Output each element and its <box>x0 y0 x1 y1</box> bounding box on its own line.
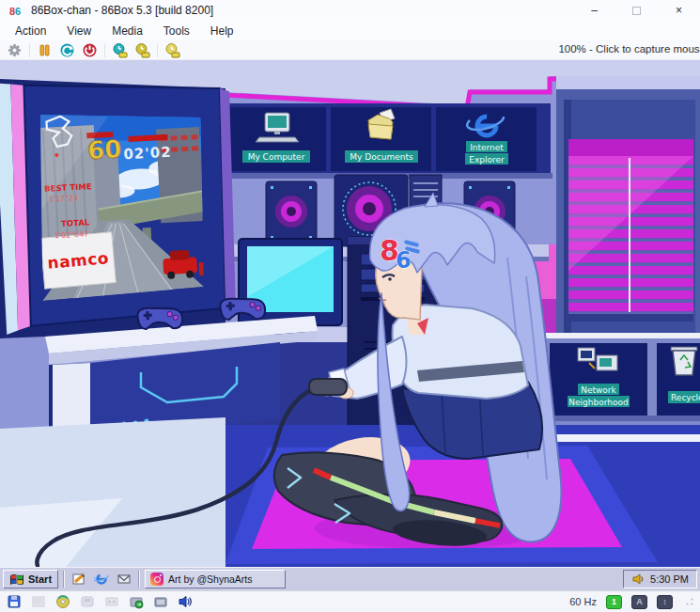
game-screen: namco 60 02'02 BEST TIME 1'17"23 TOTAL 1… <box>31 102 211 301</box>
status-bar: 60 Hz 1 A ↕ <box>0 590 700 612</box>
tray-clock: 5:30 PM <box>650 573 689 585</box>
system-tray[interactable]: 5:30 PM <box>623 570 697 588</box>
svg-text:Network: Network <box>581 385 616 395</box>
menu-media[interactable]: Media <box>101 23 153 39</box>
zip-drive-icon[interactable] <box>80 594 95 609</box>
ctrl-alt-esc-icon[interactable] <box>134 42 150 58</box>
svg-text:1'17"23: 1'17"23 <box>49 194 79 204</box>
minimize-button[interactable]: – <box>573 0 615 21</box>
taskbar-divider <box>63 571 65 588</box>
sound-card-icon[interactable] <box>178 594 193 609</box>
toolbar: 100% - Click to capture mouse <box>0 40 700 60</box>
menu-bar: Action View Media Tools Help <box>0 21 700 40</box>
right-wall-trim <box>543 333 700 338</box>
artwork-taskbar: Start Art by @ShynaArts 5:30 PM <box>0 567 700 590</box>
speaker-left <box>266 181 317 243</box>
menu-help[interactable]: Help <box>200 23 244 39</box>
desktop-icon-my-documents[interactable]: My Documents <box>331 107 431 171</box>
desktop-icon-my-computer[interactable]: My Computer <box>226 107 326 171</box>
svg-text:TOTAL: TOTAL <box>61 217 90 228</box>
86box-app-icon: 86 <box>8 3 23 18</box>
show-desktop-icon[interactable] <box>71 572 86 587</box>
windows-flag-icon <box>9 573 24 586</box>
menu-action[interactable]: Action <box>5 23 56 39</box>
art-credit-task-button[interactable]: Art by @ShynaArts <box>145 570 286 588</box>
desktop-icon-recycle-bin[interactable]: Recycle Bin <box>657 343 700 416</box>
cdrom-drive-icon[interactable] <box>55 594 70 609</box>
recycle-bin-icon <box>671 347 697 375</box>
hard-disk-icon[interactable] <box>129 594 144 609</box>
menu-view[interactable]: View <box>56 23 101 39</box>
window-controls: – × <box>573 0 700 21</box>
ctrl-alt-del-icon[interactable] <box>112 42 128 58</box>
svg-text:Internet: Internet <box>470 143 504 152</box>
svg-text:1'02"647: 1'02"647 <box>54 229 89 240</box>
close-button[interactable]: × <box>658 0 700 21</box>
emulated-screen[interactable]: My Computer My Documents Internet Explor… <box>0 60 700 567</box>
toolbar-separator <box>157 43 158 57</box>
game-controller <box>309 379 347 395</box>
refresh-rate: 60 Hz <box>569 596 597 607</box>
panel-shadow <box>550 416 700 421</box>
desktop-icon-internet-explorer[interactable]: Internet Explorer <box>436 107 537 171</box>
settings-gear-icon[interactable] <box>7 42 23 58</box>
svg-text:Neighborhood: Neighborhood <box>568 398 628 407</box>
toolbar-separator <box>104 43 105 57</box>
window-blinds <box>556 76 700 339</box>
hair-clip-6: 6 <box>396 247 412 274</box>
caps-lock-indicator: A <box>631 595 647 609</box>
svg-text:My Computer: My Computer <box>248 152 305 162</box>
desktop-icon-network-neighborhood[interactable]: Network Neighborhood <box>550 343 647 416</box>
svg-text:Explorer: Explorer <box>469 155 505 165</box>
svg-text:02'02: 02'02 <box>123 144 172 164</box>
cassette-drive-icon[interactable] <box>104 594 119 609</box>
cartridge-drive-icon[interactable] <box>31 594 46 609</box>
start-button[interactable]: Start <box>3 570 58 588</box>
desktop-artwork[interactable]: My Computer My Documents Internet Explor… <box>0 60 700 567</box>
quick-launch <box>70 572 133 587</box>
svg-text:My Documents: My Documents <box>350 152 413 162</box>
network-card-icon[interactable] <box>153 594 168 609</box>
maximize-button[interactable] <box>615 0 658 21</box>
window-title: 86Box-chan - 86Box 5.3 [build 8200] <box>31 4 213 17</box>
instagram-icon <box>150 573 163 586</box>
floppy-drive-icon[interactable] <box>7 594 22 609</box>
svg-text:Recycle Bin: Recycle Bin <box>671 393 700 402</box>
maximize-box-glyph <box>632 7 641 15</box>
soft-reset-icon[interactable] <box>59 42 75 58</box>
mouse-capture-hint: 100% - Click to capture mouse <box>558 43 700 55</box>
outlook-express-icon[interactable] <box>117 572 132 587</box>
resize-grip[interactable] <box>686 598 693 605</box>
svg-text:86: 86 <box>9 6 21 17</box>
toolbar-separator <box>29 43 30 57</box>
crt-tv: namco 60 02'02 BEST TIME 1'17"23 TOTAL 1… <box>0 71 241 335</box>
menu-tools[interactable]: Tools <box>153 23 200 39</box>
tray-volume-icon[interactable] <box>631 573 645 586</box>
svg-text:60: 60 <box>86 134 122 165</box>
internet-explorer-quicklaunch-icon[interactable] <box>94 572 109 587</box>
scroll-lock-indicator: ↕ <box>657 595 673 609</box>
start-label: Start <box>28 573 52 585</box>
send-keys-icon[interactable] <box>164 42 180 58</box>
num-lock-indicator: 1 <box>606 595 622 609</box>
namco-billboard: namco <box>40 232 116 289</box>
art-credit-label: Art by @ShynaArts <box>168 573 252 585</box>
power-off-icon[interactable] <box>82 42 98 58</box>
taskbar-divider <box>138 571 140 588</box>
pause-icon[interactable] <box>37 42 53 58</box>
title-bar: 86 86Box-chan - 86Box 5.3 [build 8200] –… <box>0 0 700 21</box>
